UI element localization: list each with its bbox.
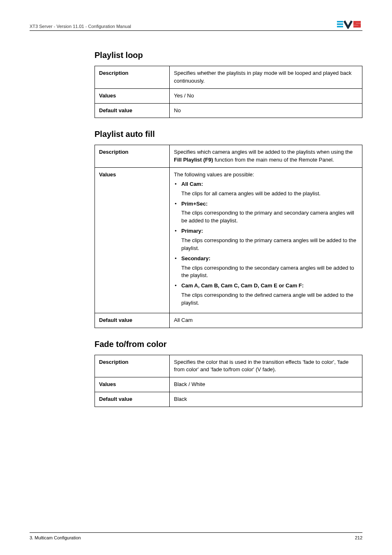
table-row: Default value No [95, 103, 362, 118]
cell-value: Specifies the color that is used in the … [170, 355, 362, 377]
section-heading-playlist-auto-fill: Playlist auto fill [95, 130, 362, 139]
cell-value: No [170, 103, 362, 118]
page-content: Playlist loop Description Specifies whet… [95, 51, 362, 407]
cell-label: Default value [95, 313, 170, 328]
cell-label: Default value [95, 392, 170, 407]
value-term: Cam A, Cam B, Cam C, Cam D, Cam E or Cam… [181, 282, 358, 290]
list-item: Cam A, Cam B, Cam C, Cam D, Cam E or Cam… [174, 282, 358, 307]
table-row: Default value Black [95, 392, 362, 407]
svg-rect-1 [337, 23, 343, 25]
cell-value: Yes / No [170, 88, 362, 103]
list-item: Prim+Sec: The clips corresponding to the… [174, 200, 358, 225]
cell-label: Description [95, 145, 170, 168]
table-row: Description Specifies which camera angle… [95, 145, 362, 168]
table-fade-color: Description Specifies the color that is … [95, 355, 362, 407]
section-heading-playlist-loop: Playlist loop [95, 51, 362, 60]
value-term: Prim+Sec: [181, 200, 358, 208]
list-item: Primary: The clips corresponding to the … [174, 227, 358, 252]
value-term: Secondary: [181, 255, 358, 263]
svg-rect-3 [353, 21, 361, 23]
list-item: Secondary: The clips corresponding to th… [174, 255, 358, 280]
svg-rect-0 [337, 21, 343, 23]
table-playlist-auto-fill: Description Specifies which camera angle… [95, 145, 362, 328]
cell-value: Specifies whether the playlists in play … [170, 66, 362, 89]
table-row: Values Yes / No [95, 88, 362, 103]
value-term: Primary: [181, 227, 358, 235]
values-intro: The following values are possible: [174, 171, 358, 179]
cell-value: The following values are possible: All C… [170, 168, 362, 313]
table-row: Default value All Cam [95, 313, 362, 328]
cell-value: Specifies which camera angles will be ad… [170, 145, 362, 168]
doc-title: XT3 Server - Version 11.01 - Configurati… [30, 24, 131, 29]
table-row: Description Specifies the color that is … [95, 355, 362, 377]
desc-bold: Fill Playlist (F9) [174, 157, 213, 163]
value-detail: The clips for all camera angles will be … [181, 190, 358, 198]
cell-value: Black / White [170, 377, 362, 392]
value-term: All Cam: [181, 180, 358, 188]
table-playlist-loop: Description Specifies whether the playli… [95, 66, 362, 118]
page-footer: 3. Multicam Configuration 212 [30, 532, 362, 540]
svg-rect-2 [337, 26, 343, 28]
svg-rect-6 [358, 24, 361, 25]
cell-label: Description [95, 355, 170, 377]
evs-logo [337, 20, 362, 29]
cell-value: Black [170, 392, 362, 407]
values-list: All Cam: The clips for all camera angles… [174, 180, 358, 307]
cell-label: Values [95, 168, 170, 313]
cell-label: Values [95, 88, 170, 103]
value-detail: The clips corresponding to the secondary… [181, 264, 358, 280]
footer-left: 3. Multicam Configuration [30, 535, 81, 540]
cell-label: Default value [95, 103, 170, 118]
svg-rect-7 [353, 25, 361, 28]
value-detail: The clips corresponding to the primary c… [181, 237, 358, 252]
value-detail: The clips corresponding to the primary a… [181, 209, 358, 225]
page-header: XT3 Server - Version 11.01 - Configurati… [30, 20, 362, 31]
table-row: Values The following values are possible… [95, 168, 362, 313]
cell-label: Description [95, 66, 170, 89]
table-row: Values Black / White [95, 377, 362, 392]
list-item: All Cam: The clips for all camera angles… [174, 180, 358, 198]
desc-post: function from the main menu of the Remot… [213, 157, 334, 163]
section-heading-fade-color: Fade to/from color [95, 340, 362, 349]
cell-label: Values [95, 377, 170, 392]
footer-page-number: 212 [355, 535, 362, 540]
cell-value: All Cam [170, 313, 362, 328]
value-detail: The clips corresponding to the defined c… [181, 291, 358, 307]
evs-logo-svg [337, 20, 362, 29]
table-row: Description Specifies whether the playli… [95, 66, 362, 89]
desc-pre: Specifies which camera angles will be ad… [174, 149, 353, 155]
